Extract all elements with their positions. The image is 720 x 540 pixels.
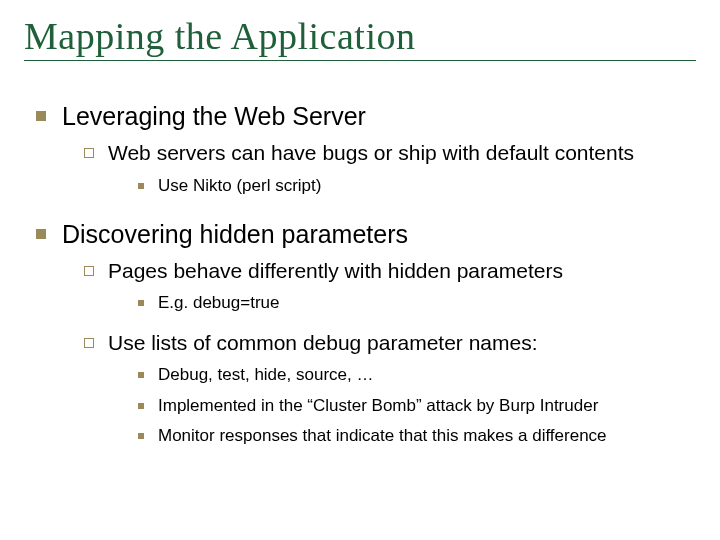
bullet-l1: Discovering hidden parameters: [36, 219, 696, 250]
bullet-l3: Use Nikto (perl script): [138, 175, 696, 197]
bullet-l3: Implemented in the “Cluster Bomb” attack…: [138, 395, 696, 417]
title-underline: [24, 60, 696, 61]
bullet-text: Discovering hidden parameters: [62, 219, 696, 250]
square-outline-icon: [84, 266, 94, 276]
bullet-text: E.g. debug=true: [158, 292, 696, 314]
bullet-l2: Use lists of common debug parameter name…: [84, 330, 696, 356]
bullet-text: Leveraging the Web Server: [62, 101, 696, 132]
square-outline-icon: [84, 148, 94, 158]
slide-title: Mapping the Application: [24, 14, 696, 58]
slide: Mapping the Application Leveraging the W…: [0, 0, 720, 540]
bullet-l3: Monitor responses that indicate that thi…: [138, 425, 696, 447]
bullet-text: Use lists of common debug parameter name…: [108, 330, 696, 356]
square-small-icon: [138, 372, 144, 378]
square-filled-icon: [36, 229, 46, 239]
bullet-l3: E.g. debug=true: [138, 292, 696, 314]
bullet-text: Monitor responses that indicate that thi…: [158, 425, 696, 447]
bullet-text: Pages behave differently with hidden par…: [108, 258, 696, 284]
slide-body: Leveraging the Web Server Web servers ca…: [24, 101, 696, 447]
bullet-text: Web servers can have bugs or ship with d…: [108, 140, 696, 166]
square-filled-icon: [36, 111, 46, 121]
bullet-l1: Leveraging the Web Server: [36, 101, 696, 132]
square-small-icon: [138, 300, 144, 306]
bullet-text: Use Nikto (perl script): [158, 175, 696, 197]
square-outline-icon: [84, 338, 94, 348]
bullet-text: Implemented in the “Cluster Bomb” attack…: [158, 395, 696, 417]
bullet-l3: Debug, test, hide, source, …: [138, 364, 696, 386]
square-small-icon: [138, 183, 144, 189]
square-small-icon: [138, 433, 144, 439]
bullet-l2: Pages behave differently with hidden par…: [84, 258, 696, 284]
square-small-icon: [138, 403, 144, 409]
bullet-l2: Web servers can have bugs or ship with d…: [84, 140, 696, 166]
bullet-text: Debug, test, hide, source, …: [158, 364, 696, 386]
